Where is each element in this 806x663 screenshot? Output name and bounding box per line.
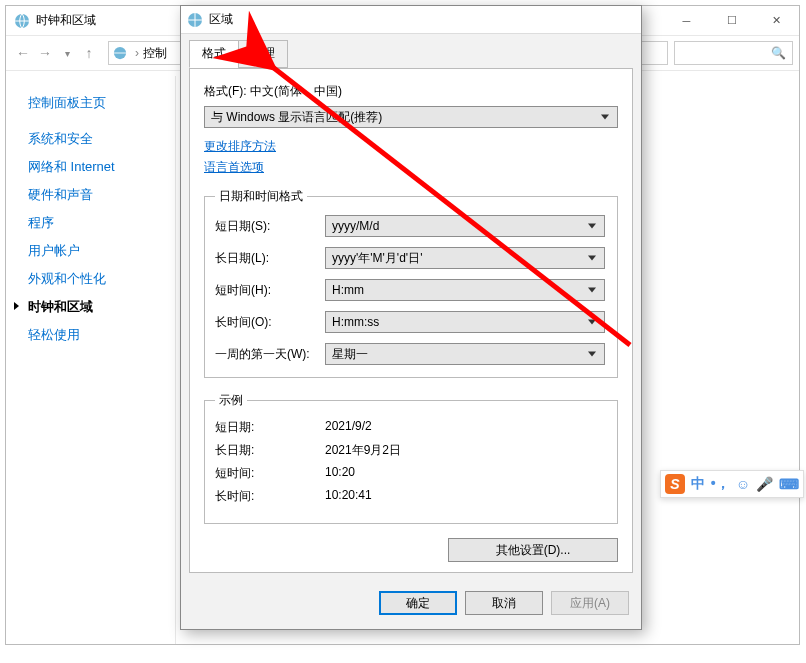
breadcrumb-sep-icon: ›	[135, 46, 139, 60]
example-long-time-label: 长时间:	[215, 488, 325, 505]
long-time-dropdown[interactable]: H:mm:ss	[325, 311, 605, 333]
date-time-format-group: 日期和时间格式 短日期(S): yyyy/M/d 长日期(L): yyyy'年'…	[204, 188, 618, 378]
example-short-date-value: 2021/9/2	[325, 419, 372, 436]
example-short-time-label: 短时间:	[215, 465, 325, 482]
sidebar-item-clock-region[interactable]: 时钟和区域	[28, 298, 165, 316]
sidebar-item-user-accounts[interactable]: 用户帐户	[28, 242, 165, 260]
minimize-button[interactable]: ─	[664, 7, 709, 35]
example-legend: 示例	[215, 392, 247, 409]
sidebar-item-ease-of-access[interactable]: 轻松使用	[28, 326, 165, 344]
sidebar-item-programs[interactable]: 程序	[28, 214, 165, 232]
example-short-time-value: 10:20	[325, 465, 355, 482]
other-settings-button[interactable]: 其他设置(D)...	[448, 538, 618, 562]
short-date-label: 短日期(S):	[215, 218, 325, 235]
up-button[interactable]: ↑	[78, 42, 100, 64]
globe-icon	[14, 13, 30, 29]
long-date-label: 长日期(L):	[215, 250, 325, 267]
sidebar-item-network-internet[interactable]: 网络和 Internet	[28, 158, 165, 176]
explorer-title: 时钟和区域	[36, 12, 96, 29]
ime-toolbar[interactable]: S 中 •， ☺ 🎤 ⌨	[660, 470, 804, 498]
forward-button[interactable]: →	[34, 42, 56, 64]
ime-mode-label[interactable]: 中	[691, 475, 705, 493]
example-long-date-value: 2021年9月2日	[325, 442, 401, 459]
dialog-title: 区域	[209, 11, 233, 28]
example-group: 示例 短日期: 2021/9/2 长日期: 2021年9月2日 短时间: 10:…	[204, 392, 618, 524]
globe-icon	[187, 12, 203, 28]
ime-mic-icon[interactable]: 🎤	[756, 476, 773, 492]
ime-logo-icon: S	[665, 474, 685, 494]
link-change-sort[interactable]: 更改排序方法	[204, 138, 618, 155]
first-day-value: 星期一	[332, 346, 368, 363]
region-dialog: 区域 格式 管理 格式(F): 中文(简体，中国) 与 Windows 显示语言…	[180, 5, 642, 630]
example-long-date-label: 长日期:	[215, 442, 325, 459]
long-time-label: 长时间(O):	[215, 314, 325, 331]
recent-dropdown-icon[interactable]: ▾	[56, 42, 78, 64]
tab-admin[interactable]: 管理	[238, 40, 288, 68]
cancel-button[interactable]: 取消	[465, 591, 543, 615]
sidebar-item-system-security[interactable]: 系统和安全	[28, 130, 165, 148]
ime-keyboard-icon[interactable]: ⌨	[779, 476, 799, 492]
format-dropdown-value: 与 Windows 显示语言匹配(推荐)	[211, 109, 382, 126]
search-icon: 🔍	[771, 46, 786, 60]
sidebar: 控制面板主页 系统和安全 网络和 Internet 硬件和声音 程序 用户帐户 …	[6, 76, 176, 644]
dialog-content: 格式(F): 中文(简体，中国) 与 Windows 显示语言匹配(推荐) 更改…	[189, 69, 633, 573]
short-time-dropdown[interactable]: H:mm	[325, 279, 605, 301]
format-label: 格式(F): 中文(简体，中国)	[204, 83, 618, 100]
tab-strip: 格式 管理	[189, 40, 633, 69]
long-date-value: yyyy'年'M'月'd'日'	[332, 250, 422, 267]
link-language-pref[interactable]: 语言首选项	[204, 159, 618, 176]
first-day-label: 一周的第一天(W):	[215, 346, 325, 363]
format-dropdown[interactable]: 与 Windows 显示语言匹配(推荐)	[204, 106, 618, 128]
date-time-format-legend: 日期和时间格式	[215, 188, 307, 205]
back-button[interactable]: ←	[12, 42, 34, 64]
close-button[interactable]: ✕	[754, 7, 799, 35]
globe-icon	[113, 46, 127, 60]
apply-button[interactable]: 应用(A)	[551, 591, 629, 615]
example-short-date-label: 短日期:	[215, 419, 325, 436]
sidebar-item-appearance[interactable]: 外观和个性化	[28, 270, 165, 288]
ok-button[interactable]: 确定	[379, 591, 457, 615]
ime-punct-icon[interactable]: •，	[711, 475, 730, 493]
ime-emoji-icon[interactable]: ☺	[736, 476, 750, 492]
maximize-button[interactable]: ☐	[709, 7, 754, 35]
dialog-button-bar: 确定 取消 应用(A)	[181, 581, 641, 625]
breadcrumb-item[interactable]: 控制	[143, 45, 167, 62]
sidebar-home-link[interactable]: 控制面板主页	[28, 94, 165, 112]
short-date-dropdown[interactable]: yyyy/M/d	[325, 215, 605, 237]
tab-format[interactable]: 格式	[189, 40, 239, 68]
sidebar-item-hardware-sound[interactable]: 硬件和声音	[28, 186, 165, 204]
first-day-dropdown[interactable]: 星期一	[325, 343, 605, 365]
search-input[interactable]: 🔍	[674, 41, 793, 65]
window-controls: ─ ☐ ✕	[664, 7, 799, 35]
short-time-label: 短时间(H):	[215, 282, 325, 299]
short-date-value: yyyy/M/d	[332, 219, 379, 233]
short-time-value: H:mm	[332, 283, 364, 297]
dialog-titlebar: 区域	[181, 6, 641, 34]
long-time-value: H:mm:ss	[332, 315, 379, 329]
long-date-dropdown[interactable]: yyyy'年'M'月'd'日'	[325, 247, 605, 269]
example-long-time-value: 10:20:41	[325, 488, 372, 505]
